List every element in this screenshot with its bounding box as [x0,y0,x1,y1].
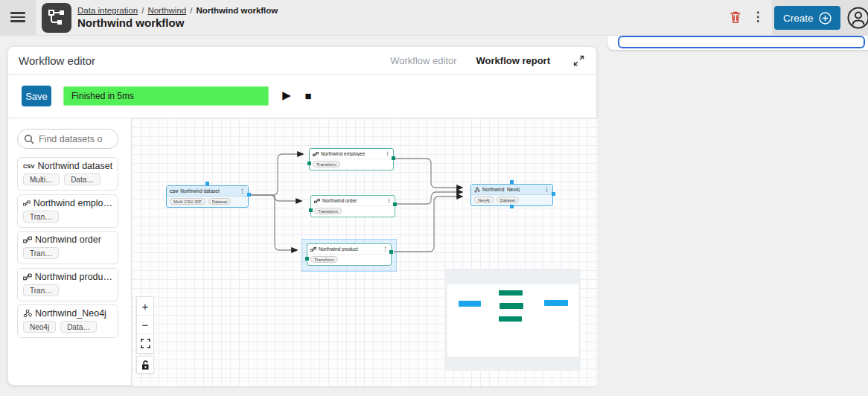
dataset-name: Northwind dataset [37,161,112,171]
node-header: Northwind employee ⋮ [310,149,393,159]
node-header: Northwind order ⋮ [311,196,395,206]
transform-icon [23,199,31,208]
lock-icon [141,360,150,370]
top-header: Data integration/Northwind/Northwind wor… [0,0,868,36]
node-header: Northwind_Neo4j ⋮ [471,185,552,195]
play-icon: ▶ [282,89,291,101]
minimap-node-neo4j [544,300,568,306]
node-handle[interactable] [205,182,209,185]
node-menu-icon[interactable]: ⋮ [383,246,388,252]
search-icon [24,134,34,144]
workflow-canvas[interactable]: CSV Northwind dataset ⋮ Multi CSV ZIPDat… [131,118,598,386]
dataset-chip: Data… [60,321,97,333]
canvas-node-northwind-employee[interactable]: Northwind employee ⋮ Transform [309,148,394,170]
node-handle[interactable] [307,162,311,165]
dataset-name: Northwind produ… [35,272,112,282]
node-name: Northwind_Neo4j [482,187,542,192]
workflow-logo-icon [48,9,66,27]
workflow-toolbar: Save Finished in 5ms ▶ ■ [8,75,596,118]
stop-workflow-button[interactable]: ■ [300,85,316,106]
dataset-chip: Data… [64,173,100,185]
create-button[interactable]: Create [774,6,840,30]
tab-workflow-editor[interactable]: Workflow editor [390,55,456,66]
node-handle[interactable] [309,208,313,212]
plus-icon: + [142,300,149,313]
minimap-node-dataset [459,301,481,307]
minimap-node-order [500,303,523,309]
hamburger-menu-icon[interactable] [10,12,25,24]
sidebar-item-northwind-order[interactable]: Northwind order Tran… [17,231,118,264]
fit-view-icon [141,339,150,348]
search-input[interactable] [39,134,109,144]
node-header: CSV Northwind dataset ⋮ [167,186,248,197]
datasets-sidebar: CSVNorthwind dataset Multi…Data… Northwi… [8,118,131,386]
node-menu-icon[interactable]: ⋮ [240,188,245,194]
panel-body: CSVNorthwind dataset Multi…Data… Northwi… [8,118,596,386]
node-handle[interactable] [510,180,514,184]
node-handle[interactable] [393,202,397,206]
app-logo [42,3,71,33]
save-button[interactable]: Save [22,86,51,106]
panel-header: Workflow editor Workflow editor Workflow… [8,47,596,75]
node-handle[interactable] [552,192,555,196]
transform-icon [313,151,319,157]
trash-icon [728,10,743,25]
canvas-node-northwind-neo4j[interactable]: Northwind_Neo4j ⋮ Neo4jDataset [470,184,553,206]
run-workflow-button[interactable]: ▶ [278,85,295,106]
node-handle[interactable] [247,193,251,197]
csv-icon: CSV [23,163,34,170]
node-handle[interactable] [510,205,514,208]
zoom-out-button[interactable]: − [137,316,153,334]
breadcrumb-link-northwind[interactable]: Northwind [147,6,186,15]
dataset-chip: Tran… [23,247,59,259]
user-avatar-icon[interactable] [846,5,868,31]
tab-workflow-report[interactable]: Workflow report [476,55,550,66]
neo4j-graph-icon [23,309,32,318]
expand-fullscreen-icon[interactable] [572,54,586,68]
sidebar-item-northwind-product[interactable]: Northwind produ… Tran… [17,268,118,301]
canvas-node-northwind-product[interactable]: Northwind product ⋮ Transform [307,243,392,266]
workflow-editor-card: Workflow editor Workflow editor Workflow… [7,46,597,386]
transform-icon [310,246,316,252]
dataset-chip: Tran… [23,211,59,223]
canvas-minimap[interactable] [444,269,581,371]
breadcrumb-link-data-integration[interactable]: Data integration [77,6,138,15]
canvas-node-northwind-order[interactable]: Northwind order ⋮ Transform [310,195,395,217]
sidebar-item-northwind-neo4j[interactable]: Northwind_Neo4j Neo4jData… [17,304,118,338]
dataset-name: Northwind order [35,234,101,245]
minimap-viewport [447,284,578,357]
sidebar-item-northwind-dataset[interactable]: CSVNorthwind dataset Multi…Data… [17,157,118,191]
run-status-bar: Finished in 5ms [63,86,269,106]
breadcrumb-current: Northwind workflow [196,6,278,15]
node-handle[interactable] [392,156,395,160]
right-panel-focused-input[interactable] [618,36,865,48]
canvas-node-northwind-dataset[interactable]: CSV Northwind dataset ⋮ Multi CSV ZIPDat… [166,185,249,208]
canvas-zoom-controls: + − [136,296,154,354]
zoom-in-button[interactable]: + [137,297,153,316]
app-screen: Data integration/Northwind/Northwind wor… [0,0,868,396]
neo4j-graph-icon [474,187,480,193]
lock-canvas-button[interactable] [136,356,154,374]
minus-icon: − [142,319,149,331]
node-menu-icon[interactable]: ⋮ [544,187,549,193]
minimap-node-product [499,316,522,322]
node-menu-icon[interactable]: ⋮ [385,151,390,157]
transform-icon [23,235,32,244]
node-chip: Dataset [208,198,232,205]
dataset-name: Northwind_Neo4j [35,308,106,319]
node-chip: Transform [313,161,340,167]
csv-icon: CSV [170,189,178,194]
delete-button[interactable] [728,10,744,26]
node-menu-icon[interactable]: ⋮ [386,198,392,204]
minimap-node-employee [499,290,523,296]
more-options-icon[interactable]: ⋮ [750,8,765,26]
fit-view-button[interactable] [137,334,153,353]
node-chip: Multi CSV ZIP [170,198,205,205]
node-handle[interactable] [389,250,393,254]
transform-icon [314,198,320,204]
node-header: Northwind product ⋮ [307,244,391,255]
create-button-label: Create [783,13,814,24]
node-handle[interactable] [305,257,309,261]
breadcrumb: Data integration/Northwind/Northwind wor… [77,6,278,15]
sidebar-item-northwind-employee[interactable]: Northwind emplo… Tran… [17,194,118,228]
